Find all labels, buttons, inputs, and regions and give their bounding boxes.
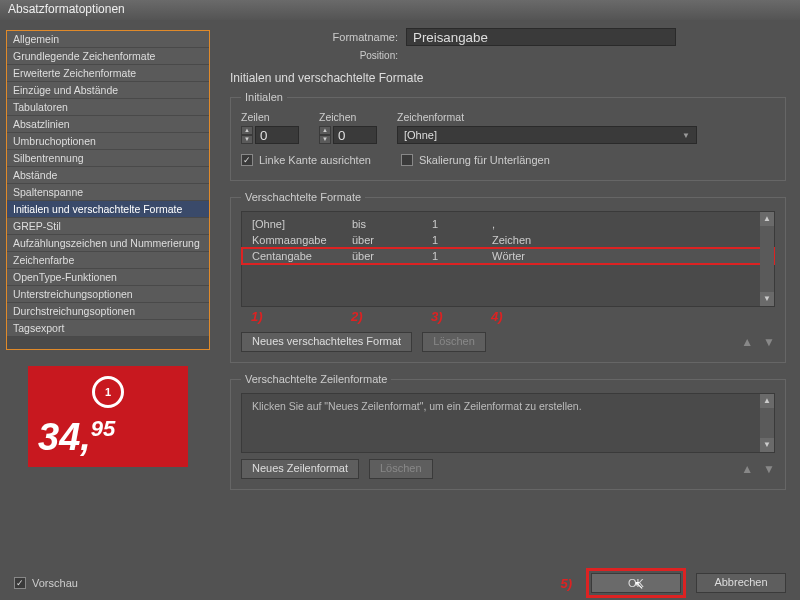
nested-row[interactable]: [Ohne]bis1, <box>242 216 774 232</box>
scale-descenders-checkbox[interactable]: Skalierung für Unterlängen <box>401 154 550 166</box>
chevron-up-icon[interactable]: ▲ <box>241 126 253 135</box>
scale-descenders-label: Skalierung für Unterlängen <box>419 154 550 166</box>
preview-price-cents: 95 <box>91 416 115 441</box>
annotation-5: 5) <box>560 576 572 591</box>
lines-legend: Verschachtelte Zeilenformate <box>241 373 391 385</box>
sidebar-item[interactable]: Spaltenspanne <box>7 184 209 201</box>
sidebar-item[interactable]: Aufzählungszeichen und Nummerierung <box>7 235 209 252</box>
sidebar-item[interactable]: Umbruchoptionen <box>7 133 209 150</box>
annotation-numbers: 1)2)3)4) <box>241 307 775 326</box>
section-title: Initialen und verschachtelte Formate <box>230 71 786 85</box>
scrollbar[interactable]: ▲ ▼ <box>760 394 774 452</box>
align-left-checkbox[interactable]: ✓ Linke Kante ausrichten <box>241 154 371 166</box>
sidebar-item[interactable]: Einzüge und Abstände <box>7 82 209 99</box>
initialen-group: Initialen Zeilen ▲▼ Zeichen ▲▼ <box>230 91 786 181</box>
sidebar-item[interactable]: Durchstreichungsoptionen <box>7 303 209 320</box>
preview-price-whole: 34, <box>38 416 91 458</box>
checkbox-empty-icon <box>401 154 413 166</box>
sidebar-item[interactable]: Absatzlinien <box>7 116 209 133</box>
zeilen-stepper[interactable]: ▲▼ <box>241 126 299 144</box>
nested-formats-group: Verschachtelte Formate [Ohne]bis1,Kommaa… <box>230 191 786 363</box>
sidebar-item[interactable]: Silbentrennung <box>7 150 209 167</box>
sidebar-item[interactable]: Zeichenfarbe <box>7 252 209 269</box>
triangle-up-icon[interactable]: ▲ <box>741 335 753 349</box>
ok-button[interactable]: OK ↖ <box>591 573 681 593</box>
sidebar-item[interactable]: Erweiterte Zeichenformate <box>7 65 209 82</box>
chevron-down-icon[interactable]: ▼ <box>319 135 331 144</box>
line-formats-list[interactable]: Klicken Sie auf "Neues Zeilenformat", um… <box>241 393 775 453</box>
category-list[interactable]: AllgemeinGrundlegende ZeichenformateErwe… <box>6 30 210 350</box>
zeilen-input[interactable] <box>255 126 299 144</box>
nested-row[interactable]: Centangabeüber1Wörter <box>242 248 774 264</box>
line-formats-hint: Klicken Sie auf "Neues Zeilenformat", um… <box>252 400 582 412</box>
zeichen-stepper[interactable]: ▲▼ <box>319 126 377 144</box>
preview-checkbox[interactable]: ✓ Vorschau <box>14 577 78 589</box>
cancel-button[interactable]: Abbrechen <box>696 573 786 593</box>
sidebar-item[interactable]: GREP-Stil <box>7 218 209 235</box>
delete-line-button[interactable]: Löschen <box>369 459 433 479</box>
nested-list[interactable]: [Ohne]bis1,Kommaangabeüber1ZeichenCentan… <box>241 211 775 307</box>
add-nested-button[interactable]: Neues verschachteltes Format <box>241 332 412 352</box>
zeichenformat-label: Zeichenformat <box>397 111 775 123</box>
align-left-label: Linke Kante ausrichten <box>259 154 371 166</box>
preview-label: Vorschau <box>32 577 78 589</box>
position-label: Position: <box>310 50 398 61</box>
chevron-up-icon[interactable]: ▲ <box>319 126 331 135</box>
sidebar-item[interactable]: Initialen und verschachtelte Formate <box>7 201 209 218</box>
zeichenformat-value: [Ohne] <box>404 129 437 141</box>
add-line-button[interactable]: Neues Zeilenformat <box>241 459 359 479</box>
window-titlebar: Absatzformatoptionen <box>0 0 800 20</box>
sidebar-item[interactable]: Tabulatoren <box>7 99 209 116</box>
window-title: Absatzformatoptionen <box>8 2 125 16</box>
chevron-down-icon[interactable]: ▼ <box>241 135 253 144</box>
preview-panel: 1 34,95 <box>6 366 210 467</box>
ok-highlight: OK ↖ <box>586 568 686 598</box>
zeilen-label: Zeilen <box>241 111 299 123</box>
chevron-down-icon[interactable]: ▼ <box>760 438 774 452</box>
initialen-legend: Initialen <box>241 91 287 103</box>
nested-legend: Verschachtelte Formate <box>241 191 365 203</box>
zeichenformat-dropdown[interactable]: [Ohne] ▼ <box>397 126 697 144</box>
sidebar-item[interactable]: Unterstreichungsoptionen <box>7 286 209 303</box>
formatname-label: Formatname: <box>310 31 398 43</box>
zeichen-label: Zeichen <box>319 111 377 123</box>
zeichen-input[interactable] <box>333 126 377 144</box>
chevron-up-icon[interactable]: ▲ <box>760 212 774 226</box>
sidebar-item[interactable]: Tagsexport <box>7 320 209 337</box>
delete-nested-button[interactable]: Löschen <box>422 332 486 352</box>
triangle-down-icon[interactable]: ▼ <box>763 462 775 476</box>
triangle-up-icon[interactable]: ▲ <box>741 462 753 476</box>
sidebar-item[interactable]: Allgemein <box>7 31 209 48</box>
sidebar-item[interactable]: OpenType-Funktionen <box>7 269 209 286</box>
sidebar-item[interactable]: Abstände <box>7 167 209 184</box>
preview-price-card: 1 34,95 <box>28 366 188 467</box>
checkmark-icon: ✓ <box>241 154 253 166</box>
nested-row[interactable]: Kommaangabeüber1Zeichen <box>242 232 774 248</box>
chevron-down-icon[interactable]: ▼ <box>760 292 774 306</box>
chevron-down-icon: ▼ <box>682 131 690 140</box>
checkmark-icon: ✓ <box>14 577 26 589</box>
line-formats-group: Verschachtelte Zeilenformate Klicken Sie… <box>230 373 786 490</box>
chevron-up-icon[interactable]: ▲ <box>760 394 774 408</box>
triangle-down-icon[interactable]: ▼ <box>763 335 775 349</box>
formatname-input[interactable] <box>406 28 676 46</box>
sidebar-item[interactable]: Grundlegende Zeichenformate <box>7 48 209 65</box>
scrollbar[interactable]: ▲ ▼ <box>760 212 774 306</box>
preview-badge: 1 <box>92 376 124 408</box>
